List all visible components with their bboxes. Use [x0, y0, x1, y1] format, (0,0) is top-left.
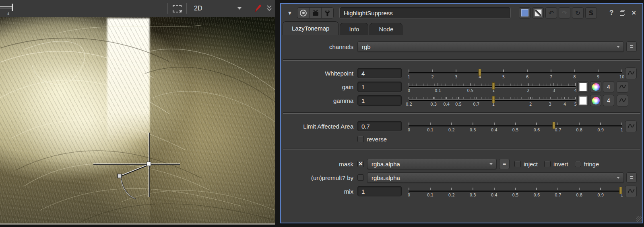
gain-slider[interactable]: 00.10.51234 [409, 80, 576, 94]
gain-row: gain 1 00.10.51234 4 [281, 80, 642, 94]
slider-tick-label: 9 [597, 75, 599, 79]
viewer-gain-slider-end[interactable]: 4 [0, 2, 18, 15]
resize-grip[interactable] [636, 216, 642, 222]
mix-row: mix 1 00.10.20.30.40.50.60.70.80.91 [281, 184, 642, 198]
gamma-row: gamma 1 0.20.30.40.50.712345 4 [281, 94, 642, 107]
whitepoint-slider[interactable]: 12345678910 [409, 66, 622, 80]
slider-tick [600, 123, 601, 125]
slider-tick [575, 97, 576, 99]
mask-channel-dropdown[interactable]: rgba.alpha [367, 159, 497, 169]
slider-tick-label: 0.1 [435, 88, 441, 93]
red-stylus-icon[interactable] [253, 3, 262, 14]
slider-tick [470, 83, 471, 86]
gamma-slider[interactable]: 0.20.30.40.50.712345 [409, 94, 576, 107]
script-button[interactable]: S [585, 7, 597, 18]
mix-input[interactable]: 1 [357, 186, 402, 196]
gamma-input[interactable]: 1 [357, 95, 402, 106]
fringe-checkbox[interactable] [575, 161, 581, 167]
unpremult-equals-button[interactable]: = [626, 172, 637, 183]
slider-tick-label: 0.4 [491, 193, 497, 197]
slider-track[interactable] [409, 72, 622, 74]
slider-handle[interactable] [492, 96, 495, 103]
settings-button[interactable] [321, 8, 333, 18]
slider-tick [527, 70, 528, 72]
node-dropdown-button[interactable]: ▼ [285, 8, 295, 18]
center-view-button[interactable] [297, 8, 309, 18]
mask-checkbox[interactable]: × [357, 161, 364, 167]
tab-node[interactable]: Node [369, 23, 402, 35]
whitepoint-input[interactable]: 4 [357, 68, 402, 78]
slider-tick-label: 0.2 [406, 102, 412, 106]
gain-colorwheel-button[interactable] [590, 81, 601, 92]
unpremult-checkbox[interactable] [357, 174, 364, 181]
slider-tick [430, 188, 431, 190]
float-window-icon[interactable] [620, 10, 625, 16]
slider-handle[interactable] [479, 69, 481, 76]
slider-tick [473, 123, 473, 125]
tab-info[interactable]: Info [340, 23, 368, 35]
gain-curve-button[interactable] [617, 81, 628, 93]
slider-tick-label: 0 [408, 193, 410, 197]
invert-checkbox[interactable] [544, 161, 551, 167]
mask-equals-button[interactable]: = [499, 159, 510, 169]
gamma-colorwheel-button[interactable] [590, 95, 601, 106]
inject-checkbox[interactable] [514, 161, 521, 167]
script-icon: S [589, 9, 594, 17]
slider-tick-label: 0 [408, 88, 410, 93]
slider-tick [458, 97, 459, 99]
mix-curve-button[interactable] [625, 186, 637, 197]
slider-handle[interactable] [552, 122, 555, 129]
gain-color-button[interactable] [577, 81, 588, 92]
slider-tick [515, 188, 516, 190]
revert-button[interactable]: ↻ [572, 7, 584, 18]
mix-slider[interactable]: 00.10.20.30.40.50.60.70.80.91 [409, 184, 622, 198]
slider-tick [438, 83, 438, 86]
gain-value: 1 [361, 84, 365, 90]
limit-curve-button[interactable] [625, 121, 637, 132]
slider-handle[interactable] [492, 82, 495, 90]
node-name-field[interactable]: HighlightSuppress [339, 7, 511, 19]
slider-track[interactable] [409, 125, 622, 127]
limit-slider[interactable]: 00.10.20.30.40.50.60.70.80.91 [409, 119, 622, 133]
slider-tick [432, 70, 433, 72]
limit-input[interactable]: 0.7 [357, 121, 402, 131]
gamma-channelcount-button[interactable]: 4 [603, 95, 614, 106]
gamma-label: gamma [285, 97, 357, 104]
slider-tick-label: 5 [574, 102, 577, 106]
gain-input[interactable]: 1 [357, 82, 402, 92]
slider-tick-label: 0.1 [427, 193, 433, 197]
gamma-color-button[interactable] [577, 95, 588, 106]
slider-track[interactable] [409, 190, 622, 192]
channels-equals-button[interactable]: = [626, 41, 637, 52]
help-icon[interactable]: ? [609, 9, 613, 17]
double-chevron-down-icon[interactable] [266, 4, 272, 12]
slider-tick-label: 0.7 [555, 193, 561, 197]
white-swatch-icon [579, 83, 587, 91]
view-mode-dropdown[interactable]: 2D [191, 3, 245, 14]
reverse-checkbox[interactable] [357, 136, 364, 142]
channels-dropdown[interactable]: rgb [357, 41, 624, 52]
unpremult-channel-dropdown[interactable]: rgba.alpha [367, 172, 624, 183]
gamma-curve-button[interactable] [617, 95, 628, 106]
redo-button[interactable]: ↷ [559, 7, 570, 18]
gl-color-button[interactable] [532, 7, 544, 18]
gain-channelcount-button[interactable]: 4 [603, 81, 614, 92]
undo-button[interactable]: ↶ [545, 7, 557, 18]
transform-crosshair-widget[interactable] [0, 17, 275, 223]
node-color-button[interactable] [519, 7, 530, 18]
tab-lazytonemap[interactable]: LazyTonemap [283, 21, 339, 35]
header-button-group [297, 7, 334, 18]
slider-tick-label: 0.5 [455, 102, 462, 106]
slider-tick-label: 0.8 [576, 193, 582, 197]
viewer-image[interactable] [0, 17, 275, 223]
monitor-output-button[interactable] [309, 8, 321, 18]
slider-handle[interactable] [619, 187, 622, 194]
roi-selection-button[interactable] [172, 4, 182, 13]
triangle-down-icon: ▼ [287, 10, 293, 16]
whitepoint-curve-button[interactable] [625, 67, 637, 79]
invert-label: invert [553, 161, 568, 168]
panel-header: ▼ HighlightSuppr [281, 4, 642, 22]
slider-tick-label: 0 [408, 128, 410, 132]
close-icon[interactable]: × [632, 9, 636, 17]
slider-tick-label: 0.9 [597, 193, 604, 197]
